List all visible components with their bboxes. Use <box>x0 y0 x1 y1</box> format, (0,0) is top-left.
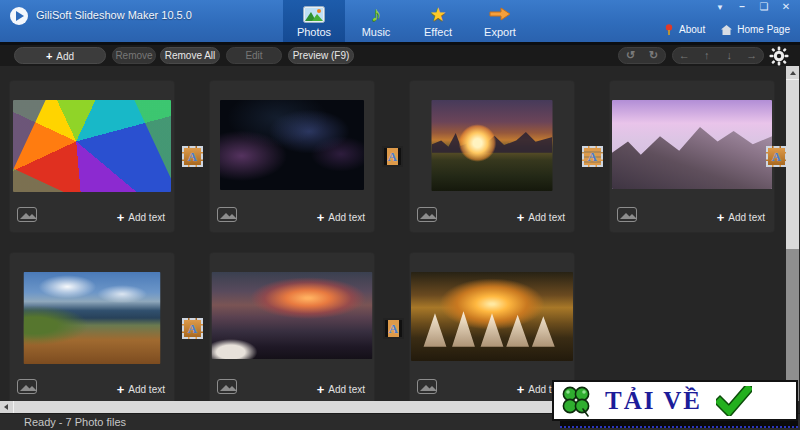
picture-icon <box>217 379 237 394</box>
settings-gear-icon[interactable] <box>768 45 790 67</box>
remove-button[interactable]: Remove <box>112 47 156 64</box>
watermark-underline-strip <box>560 421 798 428</box>
rotate-right-icon[interactable] <box>642 48 665 63</box>
photo-card-5[interactable]: Add text <box>10 253 174 404</box>
add-text-label: Add text <box>128 384 165 395</box>
picture-icon <box>617 207 637 222</box>
plus-icon <box>317 382 325 397</box>
move-up-icon[interactable] <box>696 48 719 63</box>
photo-thumbnail-purple-mountains[interactable] <box>612 100 772 189</box>
about-pin-icon <box>664 24 674 35</box>
add-text-button[interactable]: Add text <box>317 382 365 397</box>
mountain-peaks <box>612 123 772 189</box>
main-tabs: Photos Music Effect Export <box>283 0 531 42</box>
add-text-label: Add text <box>528 212 565 223</box>
checkmark-icon <box>716 386 752 416</box>
export-arrow-icon <box>488 3 512 25</box>
transition-icon[interactable]: A <box>383 318 404 339</box>
add-text-button[interactable]: Add text <box>517 210 565 225</box>
home-page-label: Home Page <box>737 24 790 35</box>
picture-icon <box>17 379 37 394</box>
photo-thumbnail-bay-sunset-city[interactable] <box>212 272 373 359</box>
remove-all-button[interactable]: Remove All <box>160 47 220 64</box>
picture-icon <box>217 207 237 222</box>
scroll-left-icon[interactable] <box>0 401 13 413</box>
tab-effect[interactable]: Effect <box>407 0 469 42</box>
plus-icon <box>717 210 725 225</box>
add-text-label: Add text <box>728 212 765 223</box>
about-link[interactable]: About <box>664 24 705 35</box>
plus-icon <box>517 210 525 225</box>
add-text-button[interactable]: Add text <box>717 210 765 225</box>
magic-star-icon <box>429 3 446 25</box>
transition-icon[interactable]: A <box>182 146 203 167</box>
window-title: GiliSoft Slideshow Maker 10.5.0 <box>36 9 192 21</box>
move-right-icon[interactable] <box>741 48 764 63</box>
about-label: About <box>679 24 705 35</box>
valley-road <box>62 316 111 364</box>
photo-card-4[interactable]: Add text <box>610 81 774 232</box>
photo-thumbnail-space-nebula[interactable] <box>220 100 364 190</box>
photo-card-3[interactable]: Add text <box>410 81 574 232</box>
photo-card-2[interactable]: Add text <box>210 81 374 232</box>
tab-export-label: Export <box>484 26 516 38</box>
add-text-label: Add text <box>128 212 165 223</box>
transition-icon[interactable]: A <box>766 146 787 167</box>
home-page-link[interactable]: Home Page <box>721 24 790 35</box>
desert-sun <box>458 124 496 162</box>
maximize-icon[interactable] <box>758 1 770 12</box>
plus-icon <box>117 210 125 225</box>
clover-icon <box>559 384 593 418</box>
transition-icon[interactable]: A <box>582 146 603 167</box>
tab-music-label: Music <box>362 26 391 38</box>
transition-icon[interactable]: A <box>382 146 403 167</box>
vertical-scroll-thumb[interactable] <box>786 79 799 249</box>
photo-thumbnail-abstract-polygons[interactable] <box>13 100 171 192</box>
photo-thumbnail-alpine-valley-road[interactable] <box>24 272 161 364</box>
music-note-icon <box>371 3 382 25</box>
tab-export[interactable]: Export <box>469 0 531 42</box>
app-logo-icon <box>9 6 29 26</box>
tab-photos-label: Photos <box>297 26 331 38</box>
photo-card-1[interactable]: Add text <box>10 81 174 232</box>
picture-icon <box>417 379 437 394</box>
add-text-label: Add text <box>328 384 365 395</box>
add-text-label: Add text <box>328 212 365 223</box>
photo-thumbnail-desert-sunset[interactable] <box>432 100 553 191</box>
titlebar-links: About Home Page <box>664 24 790 35</box>
tab-music[interactable]: Music <box>345 0 407 42</box>
scroll-up-icon[interactable] <box>786 66 799 79</box>
close-icon[interactable] <box>780 1 792 12</box>
photo-thumbnail-lake-tents-sunset[interactable] <box>411 272 573 361</box>
add-photos-button[interactable]: Add Photos/Videos <box>14 47 106 64</box>
rotate-left-icon[interactable] <box>619 48 642 63</box>
tab-effect-label: Effect <box>424 26 452 38</box>
photos-icon <box>303 3 325 25</box>
add-text-button[interactable]: Add text <box>117 382 165 397</box>
picture-icon <box>17 207 37 222</box>
preview-button[interactable]: Preview (F9) <box>288 47 354 64</box>
plus-icon <box>517 382 525 397</box>
tab-photos[interactable]: Photos <box>283 0 345 42</box>
photo-card-6[interactable]: Add text <box>210 253 374 404</box>
edit-button[interactable]: Edit <box>226 47 282 64</box>
window-menu-icon[interactable] <box>714 1 726 12</box>
toolbar: Add Photos/Videos Remove Remove All Edit… <box>0 45 800 66</box>
home-icon <box>721 25 732 35</box>
status-text: Ready - 7 Photo files <box>24 416 126 428</box>
move-button-group <box>672 47 764 64</box>
move-down-icon[interactable] <box>718 48 741 63</box>
transition-icon[interactable]: A <box>182 318 203 339</box>
move-left-icon[interactable] <box>673 48 696 63</box>
photo-gallery: Add text Add text Add text Add text <box>0 66 786 401</box>
photo-card-7[interactable]: Add text <box>410 253 574 404</box>
download-watermark: TẢI VỀ <box>552 380 798 421</box>
plus-icon <box>117 382 125 397</box>
plus-icon <box>317 210 325 225</box>
vertical-scrollbar[interactable] <box>786 66 799 401</box>
title-bar: GiliSoft Slideshow Maker 10.5.0 Photos M… <box>0 0 800 42</box>
add-text-button[interactable]: Add text <box>317 210 365 225</box>
lake-tents <box>421 311 564 347</box>
minimize-icon[interactable] <box>736 1 748 12</box>
add-text-button[interactable]: Add text <box>117 210 165 225</box>
